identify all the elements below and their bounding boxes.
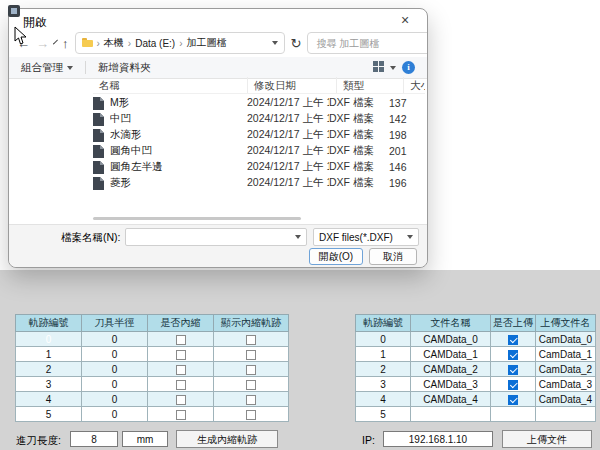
cell-track-id[interactable]: 0: [16, 332, 82, 347]
column-header-date[interactable]: 修改日期: [248, 77, 337, 93]
generate-inset-button[interactable]: 生成內縮軌跡: [176, 430, 278, 448]
inset-checkbox[interactable]: [176, 395, 186, 405]
cell-show-inset[interactable]: [214, 332, 289, 347]
close-icon[interactable]: ×: [391, 11, 419, 29]
cell-track-id[interactable]: 3: [16, 377, 82, 392]
cell-track-id[interactable]: 5: [16, 407, 82, 422]
cell-upload-name[interactable]: CamData_1: [536, 347, 596, 362]
organize-button[interactable]: 組合管理: [21, 61, 73, 75]
file-row[interactable]: 水滴形 2024/12/17 上午 11:46 DXF 檔案 198: [93, 127, 425, 143]
cell-show-inset[interactable]: [214, 392, 289, 407]
breadcrumb-folder[interactable]: 加工圖檔: [187, 36, 227, 50]
cell-inset[interactable]: [148, 392, 214, 407]
inset-checkbox[interactable]: [176, 410, 186, 420]
cell-show-inset[interactable]: [214, 347, 289, 362]
cell-inset[interactable]: [148, 362, 214, 377]
cell-upload-name[interactable]: CamData_0: [536, 332, 596, 347]
cell-tool-radius[interactable]: 0: [82, 407, 148, 422]
cell-track-id[interactable]: 1: [356, 347, 411, 362]
breadcrumb-drive[interactable]: Data (E:): [135, 38, 175, 49]
upload-checkbox[interactable]: [508, 350, 518, 360]
cell-file-name[interactable]: CAMData_4: [411, 392, 491, 407]
cell-track-id[interactable]: 2: [16, 362, 82, 377]
file-row[interactable]: 中凹 2024/12/17 上午 11:44 DXF 檔案 142: [93, 111, 425, 127]
show-inset-checkbox[interactable]: [246, 410, 256, 420]
inset-checkbox[interactable]: [176, 365, 186, 375]
cell-file-name[interactable]: CAMData_1: [411, 347, 491, 362]
column-header-size[interactable]: 大小: [404, 77, 425, 93]
show-inset-checkbox[interactable]: [246, 350, 256, 360]
cell-show-inset[interactable]: [214, 407, 289, 422]
file-row[interactable]: 圓角左半邊 2024/12/17 上午 11:44 DXF 檔案 146: [93, 159, 425, 175]
cell-upload[interactable]: [491, 347, 536, 362]
show-inset-checkbox[interactable]: [246, 365, 256, 375]
cell-track-id[interactable]: 5: [356, 407, 411, 422]
column-header-name[interactable]: 名稱: [93, 77, 248, 93]
upload-checkbox[interactable]: [508, 365, 518, 375]
feed-length-input[interactable]: 8: [70, 431, 118, 447]
inset-checkbox[interactable]: [176, 335, 186, 345]
cell-file-name[interactable]: [411, 407, 491, 422]
open-button[interactable]: 開啟(O): [309, 248, 363, 265]
cell-track-id[interactable]: 4: [356, 392, 411, 407]
cell-show-inset[interactable]: [214, 377, 289, 392]
breadcrumb-this-pc[interactable]: 本機: [104, 36, 124, 50]
cell-inset[interactable]: [148, 332, 214, 347]
cell-inset[interactable]: [148, 347, 214, 362]
cell-track-id[interactable]: 4: [16, 392, 82, 407]
new-folder-button[interactable]: 新增資料夾: [98, 61, 151, 75]
cell-file-name[interactable]: CAMData_3: [411, 377, 491, 392]
cell-inset[interactable]: [148, 407, 214, 422]
filename-combobox[interactable]: [125, 228, 307, 246]
show-inset-checkbox[interactable]: [246, 380, 256, 390]
cell-upload-name[interactable]: CamData_3: [536, 377, 596, 392]
cell-tool-radius[interactable]: 0: [82, 392, 148, 407]
cancel-button[interactable]: 取消: [369, 248, 417, 265]
cell-upload[interactable]: [491, 377, 536, 392]
file-row[interactable]: 圓角中凹 2024/12/17 上午 11:45 DXF 檔案 201: [93, 143, 425, 159]
views-dropdown-icon[interactable]: [390, 66, 396, 70]
cell-tool-radius[interactable]: 0: [82, 347, 148, 362]
inset-checkbox[interactable]: [176, 380, 186, 390]
cell-inset[interactable]: [148, 377, 214, 392]
ip-input[interactable]: 192.168.1.10: [383, 431, 493, 447]
upload-checkbox[interactable]: [508, 335, 518, 345]
cell-tool-radius[interactable]: 0: [82, 377, 148, 392]
upload-file-button[interactable]: 上傳文件: [502, 430, 592, 448]
show-inset-checkbox[interactable]: [246, 395, 256, 405]
cell-show-inset[interactable]: [214, 362, 289, 377]
cell-upload-name[interactable]: [536, 407, 596, 422]
info-icon[interactable]: i: [402, 61, 415, 74]
upload-checkbox[interactable]: [508, 380, 518, 390]
refresh-icon[interactable]: ↻: [291, 37, 302, 50]
file-row[interactable]: M形 2024/12/17 上午 11:45 DXF 檔案 137: [93, 95, 425, 111]
filename-input[interactable]: [131, 231, 295, 244]
up-icon[interactable]: ↑: [62, 37, 69, 50]
cell-file-name[interactable]: CAMData_2: [411, 362, 491, 377]
cell-track-id[interactable]: 3: [356, 377, 411, 392]
show-inset-checkbox[interactable]: [246, 335, 256, 345]
cell-upload[interactable]: [491, 392, 536, 407]
cell-track-id[interactable]: 0: [356, 332, 411, 347]
forward-icon[interactable]: →: [36, 37, 49, 50]
cell-track-id[interactable]: 1: [16, 347, 82, 362]
cell-upload[interactable]: [491, 407, 536, 422]
cell-upload-name[interactable]: CamData_2: [536, 362, 596, 377]
cell-upload[interactable]: [491, 332, 536, 347]
cell-track-id[interactable]: 2: [356, 362, 411, 377]
file-row[interactable]: 菱形 2024/12/17 上午 11:43 DXF 檔案 196: [93, 175, 425, 191]
column-header-type[interactable]: 類型: [337, 77, 404, 93]
views-icon[interactable]: [373, 61, 384, 74]
cell-tool-radius[interactable]: 0: [82, 362, 148, 377]
address-dropdown-icon[interactable]: [272, 41, 278, 45]
cell-file-name[interactable]: CAMData_0: [411, 332, 491, 347]
upload-checkbox[interactable]: [508, 395, 518, 405]
cell-upload[interactable]: [491, 362, 536, 377]
inset-checkbox[interactable]: [176, 350, 186, 360]
search-input[interactable]: [314, 37, 428, 50]
chevron-down-icon[interactable]: [53, 39, 58, 44]
horizontal-scrollbar[interactable]: [93, 217, 301, 220]
filetype-combobox[interactable]: DXF files(*.DXF): [313, 228, 419, 246]
search-box[interactable]: [307, 32, 428, 54]
address-bar[interactable]: › 本機 › Data (E:) › 加工圖檔: [75, 32, 285, 54]
